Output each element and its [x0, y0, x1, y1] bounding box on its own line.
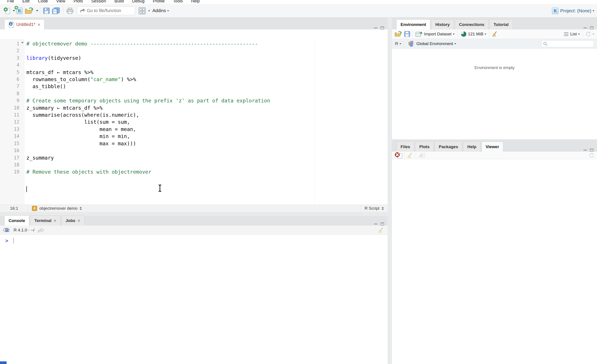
code-segment: # Create some temporary objects using th…: [26, 98, 270, 103]
files-tab-label: Files: [401, 144, 410, 149]
maximize-pane-icon[interactable]: [381, 26, 384, 30]
panes-grid-icon: [138, 7, 146, 15]
files-tab-bar: FilesPlotsPackagesHelpViewer: [392, 140, 597, 152]
language-dropdown[interactable]: [400, 43, 401, 45]
menu-item-build[interactable]: Build: [110, 0, 128, 4]
goto-file-input[interactable]: [87, 8, 131, 13]
open-file-button[interactable]: [24, 6, 35, 15]
menu-item-profile[interactable]: Profile: [149, 0, 169, 4]
menu-item-file[interactable]: File: [3, 0, 18, 4]
files-tab-viewer[interactable]: Viewer: [481, 141, 503, 152]
viewer-popout-icon[interactable]: [418, 152, 425, 158]
console-cursor: [13, 238, 14, 244]
environment-view-mode-button[interactable]: List: [563, 31, 581, 37]
menu-item-plots[interactable]: Plots: [70, 0, 87, 4]
load-workspace-icon[interactable]: [395, 31, 402, 37]
menu-item-help[interactable]: Help: [187, 0, 204, 4]
workspace-panes-button[interactable]: [137, 6, 147, 15]
goto-file-search[interactable]: [77, 6, 135, 15]
fold-arrow-icon[interactable]: [21, 42, 24, 45]
view-mode-dropdown: [578, 34, 580, 36]
environment-tab-connections[interactable]: Connections: [455, 19, 488, 30]
environment-tab-label: History: [435, 22, 450, 27]
code-segment: mtcars_df ← mtcars %>%: [26, 70, 94, 75]
environment-search-box[interactable]: [541, 40, 594, 47]
files-tab-files[interactable]: Files: [396, 141, 414, 152]
save-button[interactable]: [42, 7, 51, 15]
code-line: mtcars_df ← mtcars %>%: [26, 69, 270, 76]
scope-dropdown[interactable]: [455, 43, 456, 45]
files-tab-packages[interactable]: Packages: [435, 141, 462, 152]
new-project-button[interactable]: R: [15, 7, 24, 15]
minimize-pane-icon[interactable]: [374, 224, 377, 225]
import-dataset-button[interactable]: Import Dataset: [414, 30, 456, 38]
console-input-area[interactable]: >: [0, 235, 388, 364]
addins-button[interactable]: Addins: [150, 7, 170, 14]
editor-tab-close-icon[interactable]: ×: [38, 22, 40, 27]
refresh-viewer-icon[interactable]: [589, 153, 594, 158]
project-menu-button[interactable]: R Project: (None): [552, 8, 594, 14]
minimize-pane-icon[interactable]: [583, 27, 587, 28]
language-selector[interactable]: R: [395, 41, 398, 46]
clear-console-broom-icon[interactable]: [378, 227, 385, 233]
console-tab-console[interactable]: Console: [4, 215, 29, 225]
minimize-pane-icon[interactable]: [374, 27, 377, 28]
print-icon: [66, 8, 74, 14]
chunk-navigator[interactable]: # objectremover demo: [28, 206, 361, 211]
new-file-button[interactable]: [3, 6, 11, 15]
files-tab-plots[interactable]: Plots: [415, 141, 433, 152]
refresh-environment-icon[interactable]: [585, 31, 591, 37]
line-number: 4: [0, 62, 19, 69]
code-line: [26, 90, 270, 97]
line-number: 17: [0, 154, 19, 161]
clear-all-viewer-broom-icon[interactable]: [407, 152, 414, 159]
menu-item-tools[interactable]: Tools: [169, 0, 187, 4]
clear-viewer-button[interactable]: [395, 152, 402, 159]
refresh-dropdown[interactable]: [593, 34, 594, 36]
maximize-pane-icon[interactable]: [590, 149, 593, 152]
new-file-dropdown[interactable]: [13, 10, 15, 13]
environment-scope-label[interactable]: Global Environment: [416, 41, 453, 46]
environment-tab-environment[interactable]: Environment: [396, 19, 430, 30]
line-number-gutter: 12345678910111213141516171819: [0, 39, 25, 205]
maximize-pane-icon[interactable]: [590, 26, 593, 30]
panes-dropdown[interactable]: [148, 10, 150, 12]
source-editor-pane: R Untitled1* × Source on Save: [0, 18, 388, 212]
open-recent-dropdown[interactable]: [36, 10, 38, 13]
files-tab-help[interactable]: Help: [463, 141, 480, 152]
popout-console-icon[interactable]: [38, 227, 44, 233]
section-hash-icon: #: [32, 206, 37, 211]
editor-tab-untitled1[interactable]: R Untitled1* ×: [4, 19, 44, 30]
code-line: summarise(across(where(is.numeric),: [26, 111, 270, 118]
console-pane-controls: [374, 222, 384, 225]
clear-environment-broom-icon[interactable]: [492, 31, 498, 37]
print-button[interactable]: [65, 7, 75, 15]
menu-item-code[interactable]: Code: [34, 0, 52, 4]
memory-dropdown: [485, 34, 486, 36]
save-workspace-icon[interactable]: [404, 31, 410, 37]
console-tab-close-icon[interactable]: ×: [54, 218, 56, 223]
memory-usage-button[interactable]: 121 MiB: [460, 31, 488, 38]
minimize-pane-icon[interactable]: [583, 150, 587, 151]
environment-tab-history[interactable]: History: [431, 19, 454, 30]
environment-tab-tutorial[interactable]: Tutorial: [489, 19, 513, 30]
code-line: z_summary ← mtcars_df %>%: [26, 104, 270, 111]
r-document-icon: R: [8, 21, 14, 28]
menu-item-debug[interactable]: Debug: [128, 0, 149, 4]
menu-item-edit[interactable]: Edit: [18, 0, 34, 4]
menu-item-view[interactable]: View: [52, 0, 70, 4]
clear-viewer-icon: [395, 152, 402, 159]
save-all-button[interactable]: [51, 6, 61, 15]
maximize-pane-icon[interactable]: [381, 222, 384, 225]
code-segment: # objectremover demo -------------------…: [26, 41, 258, 46]
code-segment: # Remove these objects with objectremove…: [26, 169, 151, 175]
console-tab-jobs[interactable]: Jobs×: [61, 215, 85, 225]
console-tab-close-icon[interactable]: ×: [78, 218, 80, 223]
toolbar-separator: [583, 31, 583, 37]
code-editor[interactable]: 12345678910111213141516171819 # objectre…: [0, 39, 388, 205]
console-tab-terminal[interactable]: Terminal×: [30, 215, 61, 225]
line-number: 19: [0, 168, 19, 175]
environment-search-input[interactable]: [549, 42, 591, 46]
document-type-selector[interactable]: R Script: [361, 206, 388, 211]
menu-item-session[interactable]: Session: [87, 0, 110, 4]
